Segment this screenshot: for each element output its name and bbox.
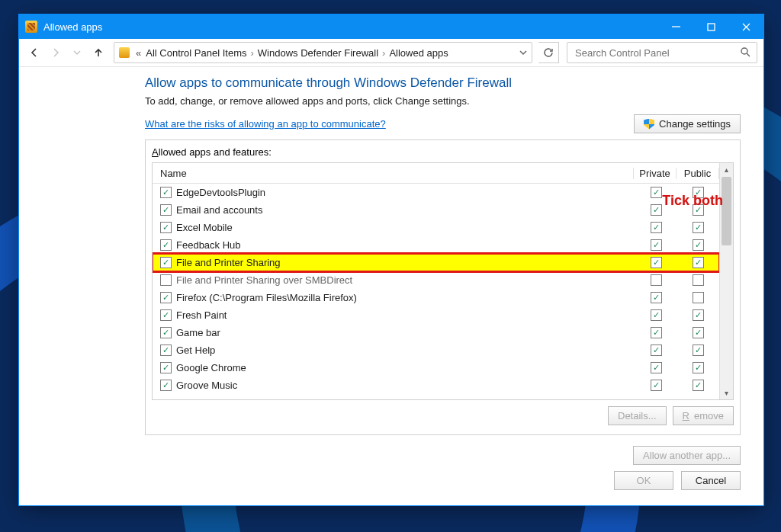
breadcrumb-overflow[interactable]: «: [136, 47, 141, 59]
remove-button[interactable]: Remove: [673, 406, 734, 425]
checkbox[interactable]: ✓: [160, 380, 172, 391]
table-row[interactable]: ✓Firefox (C:\Program Files\Mozilla Firef…: [153, 289, 719, 306]
checkbox[interactable]: ✓: [651, 380, 662, 391]
checkbox[interactable]: ✓: [651, 204, 662, 216]
table-row[interactable]: ✓File and Printer Sharing✓✓: [153, 254, 719, 271]
search-icon: [740, 46, 750, 59]
apps-list: Name Private Public ✓EdgeDevtoolsPlugin✓…: [152, 162, 734, 400]
checkbox[interactable]: ✓: [693, 239, 704, 251]
table-row[interactable]: ✓Email and accounts✓✓: [153, 201, 719, 219]
breadcrumb-item[interactable]: Windows Defender Firewall: [258, 47, 378, 59]
checkbox[interactable]: ✓: [160, 309, 172, 321]
change-settings-label: Change settings: [659, 118, 731, 130]
breadcrumb-item[interactable]: Allowed apps: [389, 47, 448, 59]
table-row[interactable]: ✓Google Chrome✓✓: [153, 359, 719, 377]
checkbox[interactable]: ✓: [160, 204, 172, 216]
checkbox[interactable]: ✓: [160, 239, 172, 251]
up-button[interactable]: [89, 43, 108, 62]
titlebar: Allowed apps: [19, 14, 763, 39]
table-row[interactable]: ✓Fresh Paint✓✓: [153, 306, 719, 324]
app-name: Google Chrome: [176, 362, 246, 373]
checkbox[interactable]: ✓: [651, 292, 662, 303]
checkbox[interactable]: ✓: [693, 362, 704, 373]
app-name: EdgeDevtoolsPlugin: [176, 187, 265, 198]
refresh-button[interactable]: [538, 42, 559, 63]
forward-button[interactable]: [47, 43, 65, 62]
checkbox[interactable]: [693, 274, 704, 286]
change-settings-button[interactable]: Change settings: [634, 114, 741, 133]
table-row[interactable]: ✓Game bar✓✓: [153, 324, 719, 341]
checkbox[interactable]: ✓: [693, 257, 704, 268]
column-headers[interactable]: Name Private Public: [153, 163, 719, 184]
allowed-apps-window: Allowed apps « All Control Panel Items ›…: [18, 14, 764, 506]
col-private[interactable]: Private: [634, 168, 677, 179]
app-name: Email and accounts: [176, 204, 262, 216]
checkbox[interactable]: ✓: [160, 345, 172, 356]
col-public[interactable]: Public: [677, 168, 719, 179]
ok-button[interactable]: OK: [614, 471, 673, 490]
app-name: Fresh Paint: [176, 309, 227, 321]
checkbox[interactable]: ✓: [651, 345, 662, 356]
risk-link[interactable]: What are the risks of allowing an app to…: [145, 118, 386, 130]
checkbox[interactable]: ✓: [651, 239, 662, 251]
checkbox[interactable]: ✓: [651, 327, 662, 338]
address-bar: « All Control Panel Items › Windows Defe…: [19, 39, 763, 67]
checkbox[interactable]: [160, 274, 172, 286]
checkbox[interactable]: ✓: [651, 362, 662, 373]
close-button[interactable]: [728, 14, 763, 39]
checkbox[interactable]: [651, 274, 662, 286]
window-icon: [25, 21, 37, 33]
checkbox[interactable]: ✓: [160, 222, 172, 233]
search-input[interactable]: [574, 46, 740, 59]
app-name: File and Printer Sharing over SMBDirect: [176, 274, 352, 286]
checkbox[interactable]: ✓: [693, 309, 704, 321]
shield-icon: [644, 119, 654, 130]
checkbox[interactable]: ✓: [651, 187, 662, 198]
table-row[interactable]: ✓EdgeDevtoolsPlugin✓✓: [153, 184, 719, 201]
checkbox[interactable]: ✓: [693, 222, 704, 233]
checkbox[interactable]: ✓: [160, 362, 172, 373]
allowed-apps-panel: Allowed apps and features: Name Private …: [145, 139, 741, 435]
cancel-button[interactable]: Cancel: [681, 471, 741, 490]
checkbox[interactable]: ✓: [651, 222, 662, 233]
breadcrumb[interactable]: « All Control Panel Items › Windows Defe…: [114, 42, 532, 63]
chevron-down-icon[interactable]: [519, 47, 527, 59]
content-area: Allow apps to communicate through Window…: [19, 66, 763, 505]
checkbox[interactable]: [693, 292, 704, 303]
scroll-down-icon[interactable]: ▾: [720, 386, 733, 399]
minimize-button[interactable]: [658, 14, 693, 39]
app-name: Feedback Hub: [176, 239, 241, 251]
table-row[interactable]: ✓Feedback Hub✓✓: [153, 236, 719, 254]
chevron-right-icon: ›: [382, 47, 385, 59]
checkbox[interactable]: ✓: [651, 257, 662, 268]
table-row[interactable]: ✓Get Help✓✓: [153, 341, 719, 359]
checkbox[interactable]: ✓: [160, 257, 172, 268]
app-name: Excel Mobile: [176, 222, 233, 233]
chevron-right-icon: ›: [250, 47, 253, 59]
recent-locations-button[interactable]: [68, 43, 86, 62]
checkbox[interactable]: ✓: [160, 187, 172, 198]
checkbox[interactable]: ✓: [651, 309, 662, 321]
checkbox[interactable]: ✓: [160, 292, 172, 303]
page-heading: Allow apps to communicate through Window…: [145, 75, 741, 91]
maximize-button[interactable]: [693, 14, 728, 39]
table-row[interactable]: ✓Excel Mobile✓✓: [153, 219, 719, 236]
table-row[interactable]: File and Printer Sharing over SMBDirect: [153, 271, 719, 289]
breadcrumb-item[interactable]: All Control Panel Items: [146, 47, 246, 59]
allow-another-app-button[interactable]: Allow another app...: [633, 446, 741, 465]
search-box[interactable]: [567, 42, 757, 63]
scroll-up-icon[interactable]: ▴: [720, 163, 733, 176]
details-button[interactable]: Details...: [608, 406, 667, 425]
col-name[interactable]: Name: [153, 168, 634, 179]
back-button[interactable]: [25, 43, 43, 62]
checkbox[interactable]: ✓: [693, 380, 704, 391]
scroll-thumb[interactable]: [722, 177, 731, 245]
checkbox[interactable]: ✓: [160, 327, 172, 338]
app-name: Firefox (C:\Program Files\Mozilla Firefo…: [176, 292, 357, 303]
table-row[interactable]: ✓Groove Music✓✓: [153, 377, 719, 394]
app-name: Game bar: [176, 327, 220, 338]
checkbox[interactable]: ✓: [693, 327, 704, 338]
app-name: Groove Music: [176, 380, 237, 391]
checkbox[interactable]: ✓: [693, 345, 704, 356]
svg-point-1: [741, 48, 747, 54]
